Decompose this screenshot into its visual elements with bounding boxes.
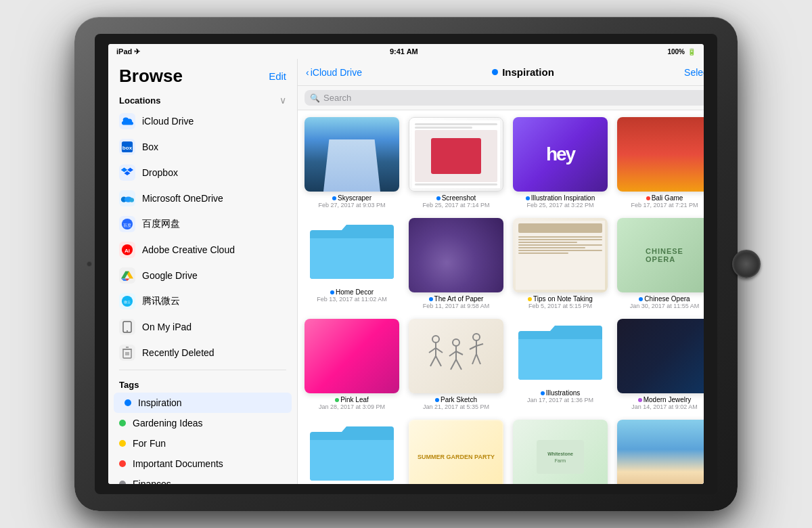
edit-button[interactable]: Edit <box>269 70 286 82</box>
file-thumb-summergarden: SUMMER GARDEN PARTY <box>409 420 503 484</box>
file-item-artofpaper[interactable]: The Art of Paper Feb 11, 2017 at 9:58 AM <box>409 218 503 309</box>
file-item-folder2[interactable] <box>304 420 399 484</box>
sidebar-item-deleted[interactable]: Recently Deleted <box>108 340 297 366</box>
tags-title: Tags <box>119 380 139 390</box>
file-item-homedecor[interactable]: Home Decor Feb 13, 2017 at 11:02 AM <box>304 218 399 309</box>
svg-marker-4 <box>121 168 127 172</box>
file-thumb-pinkleaf <box>304 319 399 393</box>
status-bar: iPad ✈ 9:41 AM 100% 🔋 <box>108 44 704 59</box>
file-thumb-folder2 <box>304 420 399 484</box>
sidebar-item-tencent[interactable]: 微云 腾讯微云 <box>108 288 297 314</box>
home-button[interactable] <box>732 250 761 278</box>
svg-line-30 <box>456 351 463 355</box>
locations-title: Locations <box>119 95 160 106</box>
status-left: iPad ✈ <box>116 47 140 56</box>
svg-line-31 <box>451 359 456 370</box>
svg-line-26 <box>436 356 441 366</box>
dropbox-label: Dropbox <box>142 167 178 178</box>
sidebar-item-inspiration[interactable]: Inspiration <box>114 393 292 413</box>
file-item-skyscraper[interactable]: Skyscraper Feb 27, 2017 at 9:03 PM <box>304 117 399 208</box>
file-name-homedecor: Home Decor <box>330 288 374 296</box>
baidu-label: 百度网盘 <box>142 218 180 230</box>
file-item-beach[interactable] <box>617 420 704 484</box>
battery-level: 100% <box>667 48 685 56</box>
file-date-chineseopera: Jan 30, 2017 at 11:55 AM <box>630 303 700 309</box>
file-date-skyscraper: Feb 27, 2017 at 9:03 PM <box>318 202 385 208</box>
nav-back-button[interactable]: ‹ iCloud Drive <box>306 67 362 78</box>
file-item-parksketch[interactable]: Park Sketch Jan 21, 2017 at 5:35 PM <box>409 319 503 410</box>
locations-chevron-icon[interactable]: ∨ <box>279 95 286 106</box>
select-button[interactable]: Select <box>684 67 704 78</box>
sidebar-item-icloud[interactable]: iCloud Drive <box>108 108 297 134</box>
file-item-illustration[interactable]: Illustration Inspiration Feb 25, 2017 at… <box>513 117 608 208</box>
file-thumb-parksketch <box>409 319 503 393</box>
camera-icon <box>87 261 92 267</box>
svg-line-36 <box>476 344 483 346</box>
file-item-chineseopera[interactable]: CHINESEOPERA Chinese Opera Jan 30, 2017 … <box>617 218 704 309</box>
sidebar-item-forfun[interactable]: For Fun <box>108 433 297 454</box>
file-name-parksketch: Park Sketch <box>435 396 477 403</box>
svg-line-23 <box>429 348 436 353</box>
status-right: 100% 🔋 <box>667 48 696 56</box>
sidebar-item-box[interactable]: box Box <box>108 134 297 160</box>
sidebar-item-adobe[interactable]: Ai Adobe Creative Cloud <box>108 237 297 263</box>
svg-line-37 <box>472 354 476 364</box>
file-thumb-homedecor <box>304 218 399 286</box>
sidebar-item-googledrive[interactable]: Google Drive <box>108 263 297 288</box>
sidebar-item-finances[interactable]: Finances <box>108 474 297 484</box>
file-name-screenshot: Screenshot <box>436 194 476 202</box>
file-thumb-artofpaper <box>409 218 503 292</box>
file-thumb-chineseopera: CHINESEOPERA <box>617 218 704 292</box>
sidebar: Browse Edit Locations ∨ <box>108 59 298 484</box>
svg-line-38 <box>476 354 480 364</box>
file-thumb-modernjewelry <box>617 319 704 393</box>
svg-point-27 <box>453 339 459 346</box>
file-item-whitestone[interactable]: Whitestone Farm Whitestone Farm <box>513 420 608 484</box>
status-time: 9:41 AM <box>390 47 418 56</box>
sidebar-item-onipad[interactable]: On My iPad <box>108 314 297 340</box>
onipad-label: On My iPad <box>142 322 191 332</box>
file-date-artofpaper: Feb 11, 2017 at 9:58 AM <box>423 303 490 309</box>
svg-text:Whitestone: Whitestone <box>547 452 573 456</box>
tags-section-header: Tags <box>108 374 297 393</box>
svg-line-24 <box>436 348 443 353</box>
icloud-label: iCloud Drive <box>142 116 194 127</box>
sidebar-item-onedrive[interactable]: Microsoft OneDrive <box>108 185 297 211</box>
ipad-shell: iPad ✈ 9:41 AM 100% 🔋 Browse Edit <box>74 17 738 511</box>
file-item-summergarden[interactable]: SUMMER GARDEN PARTY Summer Garden Party <box>409 420 503 484</box>
file-name-modernjewelry: Modern Jewelry <box>638 396 692 403</box>
svg-text:微云: 微云 <box>124 300 131 304</box>
file-item-screenshot[interactable]: Screenshot Feb 25, 2017 at 7:14 PM <box>409 117 503 208</box>
svg-rect-39 <box>537 440 584 474</box>
file-thumb-illustration <box>513 117 608 192</box>
search-icon: 🔍 <box>310 93 320 103</box>
file-item-illustrations[interactable]: Illustrations Jan 17, 2017 at 1:36 PM <box>513 319 608 410</box>
svg-point-7 <box>129 198 134 202</box>
nav-title-dot <box>492 69 498 75</box>
file-item-bali[interactable]: Bali Game Feb 17, 2017 at 7:21 PM <box>617 117 704 208</box>
svg-text:Farm: Farm <box>555 458 566 463</box>
sidebar-item-baidu[interactable]: 百度 百度网盘 <box>108 211 297 237</box>
file-name-illustrations: Illustrations <box>541 389 581 397</box>
svg-line-32 <box>456 359 461 370</box>
sidebar-item-important[interactable]: Important Documents <box>108 454 297 474</box>
sidebar-item-dropbox[interactable]: Dropbox <box>108 160 297 185</box>
tencent-label: 腾讯微云 <box>142 295 180 307</box>
file-item-modernjewelry[interactable]: Modern Jewelry Jan 14, 2017 at 9:02 AM <box>617 319 704 410</box>
file-name-artofpaper: The Art of Paper <box>429 295 484 303</box>
svg-point-33 <box>473 334 480 340</box>
file-item-notetaking[interactable]: Tips on Note Taking Feb 5, 2017 at 5:15 … <box>513 218 608 309</box>
sidebar-item-gardening[interactable]: Gardening Ideas <box>108 413 297 433</box>
file-thumb-screenshot <box>409 117 503 192</box>
file-thumb-beach <box>617 420 704 484</box>
search-input-wrap[interactable]: 🔍 Search <box>304 90 704 106</box>
finances-label: Finances <box>133 479 171 484</box>
file-thumb-bali <box>617 117 704 192</box>
googledrive-label: Google Drive <box>142 270 198 281</box>
file-name-pinkleaf: Pink Leaf <box>335 396 369 403</box>
file-item-pinkleaf[interactable]: Pink Leaf Jan 28, 2017 at 3:09 PM <box>304 319 399 410</box>
deleted-label: Recently Deleted <box>142 347 215 358</box>
battery-icon: 🔋 <box>687 48 696 56</box>
svg-point-19 <box>127 330 128 332</box>
file-name-chineseopera: Chinese Opera <box>639 295 690 303</box>
